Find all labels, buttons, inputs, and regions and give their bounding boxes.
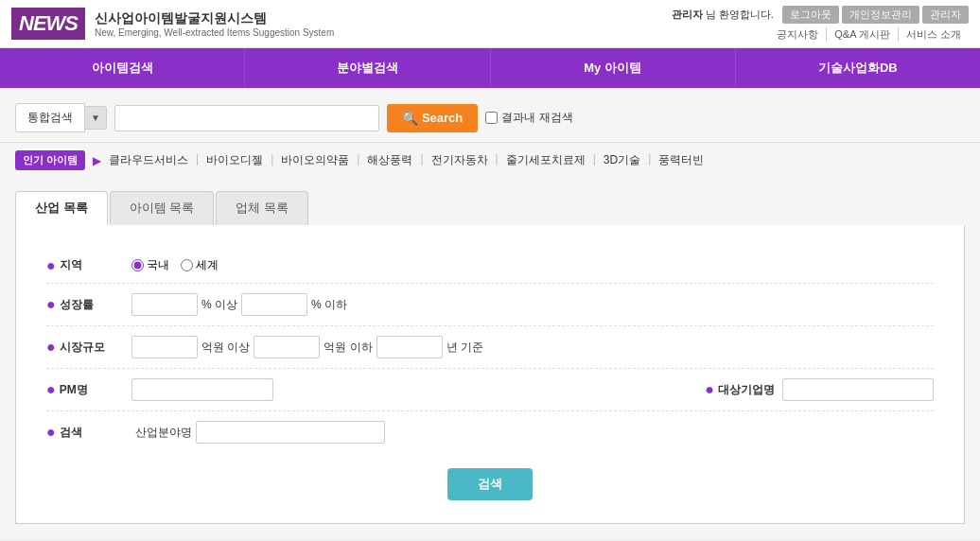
popular-item-4[interactable]: 전기자동차 [431, 152, 488, 168]
growth-row: ● 성장률 % 이상 % 이하 [46, 284, 934, 326]
pm-dot: ● [46, 382, 56, 397]
popular-item-1[interactable]: 바이오디젤 [206, 152, 263, 168]
market-below-input[interactable] [254, 336, 320, 358]
header-user-greeting: 관리자 님 환영합니다. 로그아웃 개인정보관리 관리자 [672, 6, 969, 24]
search-row: 통합검색 ▼ 🔍 Search 결과내 재검색 [15, 103, 965, 132]
popular-item-0[interactable]: 클라우드서비스 [109, 152, 188, 168]
company-dot: ● [705, 382, 714, 397]
search-area: 통합검색 ▼ 🔍 Search 결과내 재검색 [0, 88, 980, 143]
content-box: ● 지역 국내 세계 ● 성장률 % 이상 [15, 225, 965, 524]
popular-item-7[interactable]: 풍력터빈 [658, 152, 704, 168]
region-row: ● 지역 국내 세계 [46, 248, 934, 284]
popular-items-row: 인기 아이템 ▶ 클라우드서비스 | 바이오디젤 | 바이오의약품 | 해상풍력… [0, 143, 980, 176]
company-label: ● 대상기업명 [705, 382, 775, 398]
tab-company[interactable]: 업체 목록 [216, 191, 308, 225]
region-domestic-option[interactable]: 국내 [131, 257, 169, 273]
refine-search-checkbox[interactable]: 결과내 재검색 [485, 110, 572, 126]
region-label: ● 지역 [46, 257, 131, 273]
service-link[interactable]: 서비스 소개 [899, 27, 969, 42]
content-area: ● 지역 국내 세계 ● 성장률 % 이상 [0, 225, 980, 539]
market-year-label: 년 기준 [446, 340, 483, 356]
tabs: 산업 목록 아이템 목록 업체 목록 [15, 191, 965, 225]
nav-item-techdb[interactable]: 기술사업화DB [736, 48, 980, 88]
search-type-button[interactable]: 통합검색 [15, 103, 85, 132]
popular-arrow-icon: ▶ [93, 154, 101, 167]
nav-item-category[interactable]: 분야별검색 [245, 48, 490, 88]
main-nav: 아이템검색 분야별검색 My 아이템 기술사업화DB [0, 48, 980, 88]
popular-badge: 인기 아이템 [15, 150, 85, 170]
growth-below-label: % 이하 [311, 297, 347, 313]
submit-row: 검색 [46, 468, 934, 500]
pm-input[interactable] [131, 378, 273, 401]
search-field-label: ● 검색 [46, 425, 131, 441]
logout-button[interactable]: 로그아웃 [782, 6, 839, 24]
submit-button[interactable]: 검색 [447, 468, 533, 500]
logo-title: 신사업아이템발굴지원시스템 New, Emerging, Well-extrac… [95, 10, 334, 38]
logo-area: NEWS 신사업아이템발굴지원시스템 New, Emerging, Well-e… [11, 8, 334, 40]
pm-label: ● PM명 [46, 382, 131, 398]
growth-label: ● 성장률 [46, 297, 131, 313]
logo-text: NEWS [19, 11, 78, 35]
popular-items-list: 클라우드서비스 | 바이오디젤 | 바이오의약품 | 해상풍력 | 전기자동차 … [109, 152, 704, 168]
logo-ko: 신사업아이템발굴지원시스템 [95, 10, 334, 27]
industry-field-label: 산업분야명 [135, 425, 192, 441]
search-button[interactable]: 🔍 Search [387, 104, 478, 132]
industry-row: ● 검색 산업분야명 [46, 411, 934, 453]
search-type-selector[interactable]: 통합검색 ▼ [15, 103, 107, 132]
company-input[interactable] [782, 378, 934, 401]
growth-above-label: % 이상 [201, 297, 237, 313]
header-links: 공지사항 Q&A 게시판 서비스 소개 [769, 27, 969, 42]
region-global-radio[interactable] [181, 259, 193, 271]
tab-item[interactable]: 아이템 목록 [110, 191, 215, 225]
growth-above-input[interactable] [131, 293, 198, 316]
tabs-area: 산업 목록 아이템 목록 업체 목록 [0, 176, 980, 225]
region-global-option[interactable]: 세계 [181, 257, 219, 273]
logo-en: New, Emerging, Well-extracted Items Sugg… [95, 27, 334, 38]
market-above-label: 억원 이상 [201, 340, 250, 356]
search-dot: ● [46, 425, 56, 440]
region-domestic-radio[interactable] [131, 259, 144, 271]
logo-image: NEWS [11, 8, 85, 40]
market-below-label: 억원 이하 [324, 340, 372, 356]
tab-industry[interactable]: 산업 목록 [15, 191, 108, 225]
industry-input[interactable] [196, 421, 385, 444]
market-dot: ● [46, 340, 56, 355]
profile-button[interactable]: 개인정보관리 [842, 6, 919, 24]
pm-company-row: ● PM명 ● 대상기업명 [46, 369, 934, 411]
popular-item-5[interactable]: 줄기세포치료제 [506, 152, 586, 168]
market-row: ● 시장규모 억원 이상 억원 이하 년 기준 [46, 326, 934, 369]
search-input[interactable] [114, 105, 379, 131]
popular-item-2[interactable]: 바이오의약품 [281, 152, 349, 168]
market-year-input[interactable] [376, 336, 443, 358]
search-type-dropdown[interactable]: ▼ [85, 106, 107, 130]
growth-dot: ● [46, 297, 56, 312]
region-radio-group: 국내 세계 [131, 257, 219, 273]
qa-link[interactable]: Q&A 게시판 [827, 27, 899, 42]
refine-search-input[interactable] [485, 112, 498, 124]
nav-item-search[interactable]: 아이템검색 [0, 48, 245, 88]
market-label: ● 시장규모 [46, 340, 131, 356]
admin-button[interactable]: 관리자 [922, 6, 969, 24]
nav-item-myitem[interactable]: My 아이템 [491, 48, 736, 88]
header-right: 관리자 님 환영합니다. 로그아웃 개인정보관리 관리자 공지사항 Q&A 게시… [672, 6, 969, 42]
popular-item-3[interactable]: 해상풍력 [367, 152, 412, 168]
growth-below-input[interactable] [241, 293, 307, 316]
market-above-input[interactable] [131, 336, 198, 358]
region-dot: ● [46, 258, 56, 273]
search-icon: 🔍 [402, 111, 418, 126]
popular-item-6[interactable]: 3D기술 [604, 152, 640, 168]
notice-link[interactable]: 공지사항 [769, 27, 827, 42]
